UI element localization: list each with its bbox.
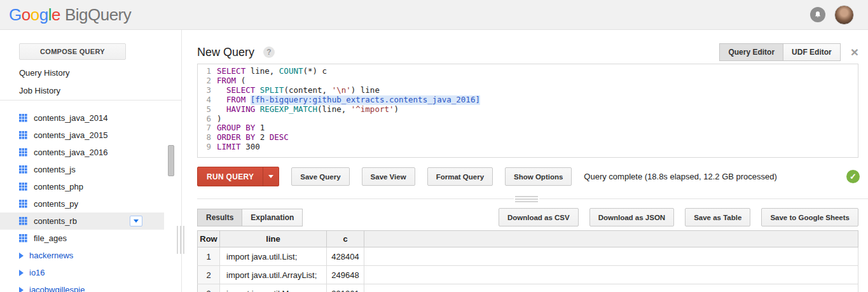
logo-letter: G — [9, 5, 22, 24]
tab-udf-editor[interactable]: UDF Editor — [783, 43, 841, 61]
sidebar-dataset-item-io16[interactable]: io16 — [0, 264, 181, 281]
table-label: contents_java_2015 — [34, 130, 107, 140]
line-number: 7 — [198, 123, 217, 133]
bell-glyph — [814, 11, 822, 18]
code-token: DESC — [270, 133, 289, 143]
cell-row-number: 1 — [198, 247, 220, 266]
run-query-dropdown[interactable] — [263, 167, 279, 186]
table-grid-icon — [19, 217, 27, 225]
sidebar-table-item-contents-java-2014[interactable]: contents_java_2014 — [0, 109, 164, 127]
sidebar-dataset-item-hackernews[interactable]: hackernews — [0, 247, 181, 264]
show-options-button[interactable]: Show Options — [505, 167, 572, 186]
tab-query-editor[interactable]: Query Editor — [719, 43, 783, 61]
code-line: 9LIMIT 300 — [198, 143, 858, 152]
notifications-bell-icon[interactable] — [810, 7, 825, 22]
line-number: 5 — [198, 105, 217, 115]
dataset-label: jacobwgillespie — [29, 285, 85, 292]
save-as-table-button[interactable]: Save as Table — [685, 208, 750, 226]
sidebar-scrollbar-thumb[interactable] — [168, 145, 174, 176]
code-token — [217, 95, 226, 105]
table-grid-icon — [19, 148, 27, 156]
sidebar-table-item-contents-php[interactable]: contents_php — [0, 178, 164, 195]
code-token: '\n' — [332, 86, 351, 95]
code-token — [217, 105, 226, 115]
code-token: ( — [236, 76, 245, 86]
splitter-drag-handle[interactable] — [514, 195, 539, 204]
download-as-json-button[interactable]: Download as JSON — [589, 208, 674, 226]
sidebar-table-item-contents-js[interactable]: contents_js — [0, 161, 164, 178]
results-table: Row line c 1import java.util.List;428404… — [197, 230, 858, 292]
sidebar-table-item-contents-java-2016[interactable]: contents_java_2016 — [0, 144, 164, 161]
vertical-splitter-handle[interactable] — [177, 226, 184, 254]
sidebar-table-item-contents-java-2015[interactable]: contents_java_2015 — [0, 127, 164, 144]
code-token: HAVING — [226, 105, 255, 115]
code-token: ) — [217, 115, 222, 124]
tab-results[interactable]: Results — [197, 209, 242, 226]
logo-letter: e — [52, 5, 60, 24]
dataset-label: io16 — [29, 268, 45, 277]
code-token: line, — [245, 67, 279, 76]
code-line: 4 FROM [fh-bigquery:github_extracts.cont… — [198, 95, 858, 105]
code-line: 6) — [198, 115, 858, 124]
chevron-down-icon — [134, 219, 139, 223]
query-action-buttons: Save QuerySave ViewFormat QueryShow Opti… — [291, 167, 572, 186]
cell-line: import java.util.ArrayList; — [220, 266, 327, 284]
save-query-button[interactable]: Save Query — [291, 167, 349, 186]
results-table-body: 1import java.util.List;4284042import jav… — [198, 247, 858, 292]
editor-tabs: Query Editor UDF Editor — [719, 43, 840, 61]
table-label: contents_php — [34, 182, 83, 191]
query-status: Query complete (18.8s elapsed, 12.2 GB p… — [584, 172, 777, 181]
format-query-button[interactable]: Format Query — [427, 167, 493, 186]
save-view-button[interactable]: Save View — [362, 167, 415, 186]
user-avatar[interactable] — [834, 5, 854, 25]
cell-count: 428404 — [327, 247, 364, 266]
query-header: New Query ? Query Editor UDF Editor × — [197, 43, 858, 61]
save-to-google-sheets-button[interactable]: Save to Google Sheets — [761, 208, 858, 226]
sql-code-editor[interactable]: 1SELECT line, COUNT(*) c2FROM (3 SELECT … — [197, 64, 858, 158]
line-number: 3 — [198, 86, 217, 95]
sidebar-dataset-item-jacobwgillespie[interactable]: jacobwgillespie — [0, 281, 181, 292]
topbar-right — [810, 5, 859, 25]
code-token: (line, — [317, 105, 351, 115]
expand-arrow-icon — [19, 253, 24, 259]
code-token: SELECT — [226, 86, 255, 95]
query-success-check-icon: ✓ — [846, 170, 860, 183]
cell-filler — [364, 266, 858, 284]
code-token — [255, 105, 260, 115]
code-token — [245, 95, 251, 105]
sidebar-table-item-file-ages[interactable]: file_ages — [0, 230, 164, 247]
table-label: contents_py — [34, 199, 78, 209]
sidebar-table-item-contents-py[interactable]: contents_py — [0, 195, 164, 212]
code-token: SPLIT — [260, 86, 284, 95]
column-header-filler — [364, 231, 858, 247]
close-icon[interactable]: × — [851, 46, 858, 59]
horizontal-splitter — [191, 195, 868, 204]
table-label: contents_rb — [34, 216, 77, 226]
code-token: [fh-bigquery:github_extracts.contents_ja… — [251, 95, 480, 105]
sidebar-table-item-contents-rb[interactable]: contents_rb — [0, 212, 164, 230]
help-icon[interactable]: ? — [263, 46, 275, 58]
results-export-buttons: Download as CSVDownload as JSONSave as T… — [499, 208, 858, 226]
sidebar: COMPOSE QUERY Query History Job History … — [0, 30, 182, 292]
app-logo[interactable]: Google BigQuery — [9, 5, 131, 25]
line-number: 9 — [198, 143, 217, 152]
table-grid-icon — [19, 200, 27, 208]
table-row: 2import java.util.ArrayList;249648 — [198, 266, 858, 284]
code-token: SELECT — [217, 67, 245, 76]
line-number: 6 — [198, 115, 217, 124]
sidebar-item-job-history[interactable]: Job History — [0, 82, 181, 100]
code-line: 2FROM ( — [198, 76, 858, 86]
code-token — [217, 86, 226, 95]
table-row: 3import java.util.Map;221261 — [198, 284, 858, 292]
product-name: BigQuery — [65, 5, 131, 25]
compose-query-button[interactable]: COMPOSE QUERY — [19, 43, 126, 60]
sidebar-item-query-history[interactable]: Query History — [0, 64, 181, 82]
tab-explanation[interactable]: Explanation — [242, 209, 303, 226]
code-token: FROM — [217, 76, 236, 86]
download-as-csv-button[interactable]: Download as CSV — [499, 208, 579, 226]
table-actions-dropdown[interactable] — [130, 216, 142, 226]
sidebar-table-list: contents_java_2014contents_java_2015cont… — [0, 109, 181, 292]
run-query-button[interactable]: RUN QUERY — [197, 167, 279, 186]
cell-filler — [364, 284, 858, 292]
sidebar-nav: Query History Job History — [0, 64, 181, 100]
